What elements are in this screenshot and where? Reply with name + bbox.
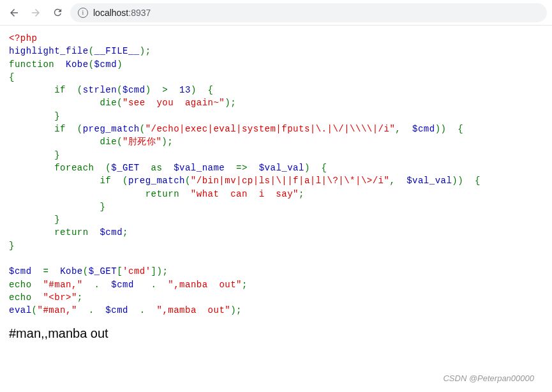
comma: , bbox=[389, 176, 407, 186]
paren: ( bbox=[117, 98, 123, 108]
brace: } bbox=[9, 215, 60, 225]
browser-toolbar: i localhost:8937 bbox=[0, 0, 552, 26]
op-gt: ) > bbox=[145, 85, 179, 95]
kw-if: if ( bbox=[9, 176, 128, 186]
address-bar[interactable]: i localhost:8937 bbox=[70, 3, 547, 22]
brace: } bbox=[9, 241, 15, 251]
concat: . bbox=[140, 305, 157, 315]
fn-pregmatch: preg_match bbox=[128, 176, 185, 186]
concat: . bbox=[151, 280, 168, 290]
arrow-right-icon bbox=[30, 7, 41, 19]
paren: ( bbox=[89, 59, 94, 70]
kw-die: die bbox=[9, 98, 117, 108]
string: 'cmd' bbox=[123, 266, 151, 276]
var: $val_val bbox=[259, 163, 304, 173]
var: $cmd bbox=[412, 124, 435, 134]
paren: ( bbox=[89, 46, 94, 56]
kw-return: return bbox=[9, 227, 100, 237]
string: "see you again~" bbox=[123, 98, 225, 108]
brace: ) { bbox=[191, 85, 214, 95]
kw-as: as bbox=[151, 163, 174, 173]
var: $val_name bbox=[174, 163, 236, 173]
string: ",manba out" bbox=[168, 280, 242, 290]
string: "what can i say" bbox=[191, 189, 299, 199]
var: $cmd bbox=[123, 85, 145, 95]
brace: } bbox=[9, 202, 105, 212]
back-button[interactable] bbox=[5, 4, 23, 22]
string: "#man," bbox=[38, 305, 89, 315]
kw-echo: echo bbox=[9, 292, 43, 303]
kw-function: function bbox=[9, 59, 66, 70]
bracket: ]); bbox=[151, 266, 168, 276]
paren: ( bbox=[83, 266, 89, 276]
semi: ; bbox=[299, 189, 304, 199]
page-content: <?php highlight_file(__FILE__); function… bbox=[0, 26, 552, 347]
paren: ( bbox=[140, 124, 145, 134]
kw-foreach: foreach ( bbox=[9, 163, 111, 173]
fn-highlight-file: highlight_file bbox=[9, 46, 89, 56]
brace: )) { bbox=[452, 176, 481, 186]
semi: ; bbox=[77, 292, 83, 303]
var-cmd: $cmd bbox=[94, 59, 117, 70]
kw-if: if ( bbox=[9, 124, 83, 134]
forward-button[interactable] bbox=[27, 4, 45, 22]
paren: ( bbox=[185, 176, 191, 186]
url-port: :8937 bbox=[128, 8, 151, 18]
string: "#man," bbox=[43, 280, 94, 290]
arrow: => bbox=[236, 163, 259, 173]
fn-strlen: strlen bbox=[83, 85, 117, 95]
paren: ); bbox=[230, 305, 242, 315]
var-get: $_GET bbox=[111, 163, 151, 173]
bracket: [ bbox=[117, 266, 123, 276]
var: $cmd bbox=[105, 305, 139, 315]
var: $cmd bbox=[111, 280, 151, 290]
kw-echo: echo bbox=[9, 280, 43, 290]
paren-close: ); bbox=[140, 46, 151, 56]
paren: ( bbox=[117, 85, 123, 95]
var-get: $_GET bbox=[89, 266, 117, 276]
page-output: #man,,manba out bbox=[9, 326, 543, 341]
string: "肘死你" bbox=[123, 137, 161, 147]
reload-button[interactable] bbox=[48, 4, 66, 22]
paren: ( bbox=[32, 305, 38, 315]
var: $val_val bbox=[407, 176, 452, 186]
brace: )) { bbox=[435, 124, 464, 134]
semi: ; bbox=[242, 280, 248, 290]
comma: , bbox=[395, 124, 412, 134]
regex-string: "/bin|mv|cp|ls|\||f|a|l|\?|\*|\>/i" bbox=[191, 176, 390, 186]
brace: ) { bbox=[304, 163, 327, 173]
const-file: __FILE__ bbox=[94, 46, 140, 56]
brace: { bbox=[9, 72, 15, 82]
info-icon: i bbox=[78, 8, 88, 18]
kw-if: if ( bbox=[9, 85, 83, 95]
php-source: <?php highlight_file(__FILE__); function… bbox=[9, 32, 543, 317]
reload-icon bbox=[52, 7, 63, 18]
eq: = bbox=[43, 266, 60, 276]
concat: . bbox=[89, 305, 106, 315]
brace: } bbox=[9, 111, 60, 121]
fn-call: Kobe bbox=[60, 266, 83, 276]
paren: ( bbox=[117, 137, 123, 147]
url-host: localhost bbox=[93, 8, 128, 18]
fn-eval: eval bbox=[9, 305, 32, 315]
paren: ) bbox=[117, 59, 123, 70]
semi: ; bbox=[123, 227, 128, 237]
fn-name: Kobe bbox=[66, 59, 89, 70]
var: $cmd bbox=[100, 227, 123, 237]
num: 13 bbox=[179, 85, 191, 95]
arrow-left-icon bbox=[8, 7, 20, 19]
php-open-tag: <?php bbox=[9, 33, 38, 43]
paren: ); bbox=[225, 98, 236, 108]
url-text: localhost:8937 bbox=[93, 8, 151, 18]
kw-return: return bbox=[9, 189, 191, 199]
watermark: CSDN @Peterpan00000 bbox=[443, 373, 534, 383]
kw-die: die bbox=[9, 137, 117, 147]
fn-pregmatch: preg_match bbox=[83, 124, 140, 134]
brace: } bbox=[9, 150, 60, 160]
paren: ); bbox=[161, 137, 173, 147]
regex-string: "/echo|exec|eval|system|fputs|\.|\/|\\\\… bbox=[145, 124, 396, 134]
string: "<br>" bbox=[43, 292, 77, 303]
var: $cmd bbox=[9, 266, 43, 276]
string: ",mamba out" bbox=[157, 305, 231, 315]
concat: . bbox=[94, 280, 112, 290]
